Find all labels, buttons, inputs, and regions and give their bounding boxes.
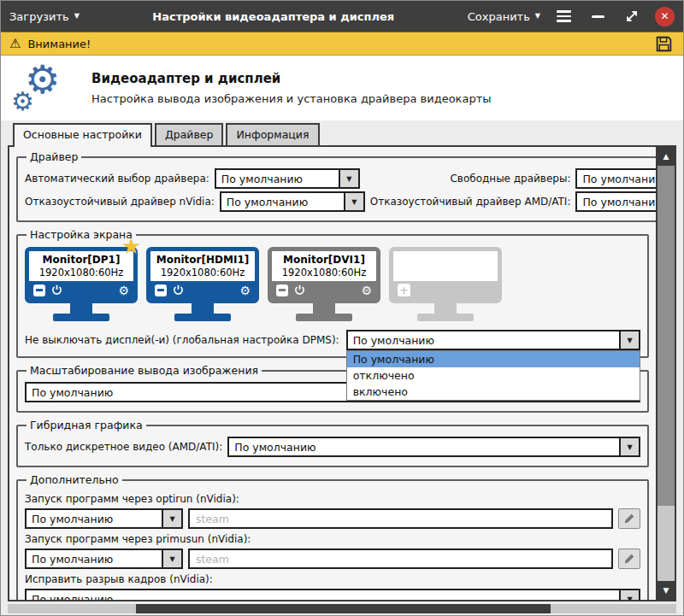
save-button[interactable]: Сохранить ▼ xyxy=(468,10,540,23)
horizontal-scrollbar-thumb[interactable] xyxy=(136,604,551,613)
dropdown-option-off[interactable]: отключено xyxy=(347,367,640,384)
save-settings-button[interactable] xyxy=(652,33,675,54)
hamburger-icon xyxy=(557,10,571,22)
scroll-down-button[interactable]: ▼ xyxy=(657,581,675,600)
optirun-label: Запуск программ через optirun (nVidia): xyxy=(25,493,640,505)
vertical-scrollbar-thumb[interactable] xyxy=(657,166,675,506)
optirun-command-input[interactable] xyxy=(188,508,613,529)
disable-monitor-icon[interactable] xyxy=(276,285,288,296)
warning-icon: ⚠ xyxy=(9,38,21,50)
monitor-hdmi1[interactable]: Monitor[HDMI1] 1920x1080:60Hz ⚙ xyxy=(146,247,259,321)
pencil-icon xyxy=(623,513,635,525)
driver-legend: Драйвер xyxy=(27,150,81,163)
driver-fieldset: Драйвер Автоматический выбор драйвера: П… xyxy=(16,150,656,222)
discrete-video-select[interactable]: По умолчанию ▼ xyxy=(227,437,640,457)
failsafe-nvidia-label: Отказоустойчивый драйвер nVidia: xyxy=(25,196,215,208)
monitor-settings-gear-icon[interactable]: ⚙ xyxy=(118,285,129,296)
primary-star-icon: ★ xyxy=(121,235,141,257)
scaling-legend: Масштабирование вывода изображения xyxy=(27,364,262,377)
page-subtitle: Настройка вывода изображения и установка… xyxy=(91,92,492,105)
page-title: Видеоадаптер и дисплей xyxy=(91,71,492,86)
disable-monitor-icon[interactable] xyxy=(33,285,45,296)
monitor-list: ★ Monitor[DP1] 1920x1080:60Hz ⚙ xyxy=(25,247,640,321)
tab-information[interactable]: Информация xyxy=(226,123,319,145)
warning-text: Внимание! xyxy=(27,38,91,50)
video-adapter-logo: ⚙ ⚙ xyxy=(11,62,78,114)
dropdown-option-default[interactable]: По умолчанию xyxy=(347,351,640,367)
monitor-name: Monitor[HDMI1] xyxy=(150,251,255,266)
driver-row-1: Автоматический выбор драйвера: По умолча… xyxy=(25,168,656,189)
monitor-resolution: 1920x1080:60Hz xyxy=(272,266,376,281)
settings-content: Драйвер Автоматический выбор драйвера: П… xyxy=(9,147,656,600)
failsafe-amd-select[interactable]: По умолчанию ▼ xyxy=(575,191,656,212)
minimize-icon xyxy=(592,15,604,18)
maximize-button[interactable] xyxy=(621,6,643,26)
dpms-select[interactable]: По умолчанию ▼ xyxy=(346,330,640,350)
monitor-dvi1[interactable]: Monitor[DVI1] 1920x1080:60Hz ⚙ xyxy=(268,247,380,321)
minimize-button[interactable] xyxy=(587,6,609,26)
close-button[interactable]: ✕ xyxy=(655,7,675,26)
optirun-row: По умолчанию ▼ xyxy=(25,508,640,529)
screen-legend: Настройка экрана xyxy=(27,228,136,241)
monitor-resolution: 1920x1080:60Hz xyxy=(29,266,133,281)
vertical-scrollbar-track[interactable] xyxy=(657,506,675,581)
auto-driver-label: Автоматический выбор драйвера: xyxy=(25,173,209,185)
header-text: Видеоадаптер и дисплей Настройка вывода … xyxy=(91,71,492,105)
tab-bar: Основные настройки Драйвер Информация xyxy=(1,123,683,145)
failsafe-amd-label: Отказоустойчивый драйвер AMD/ATI: xyxy=(370,196,571,208)
close-icon: ✕ xyxy=(660,10,669,22)
monitor-add-slot[interactable]: + xyxy=(389,247,502,321)
window-title: Настройки видеоадаптера и дисплея xyxy=(88,10,459,23)
horizontal-scrollbar[interactable] xyxy=(8,604,676,613)
scroll-down-icon: ▼ xyxy=(663,586,669,595)
chevron-down-icon: ▼ xyxy=(535,13,540,20)
vertical-scrollbar[interactable]: ▲ ▼ xyxy=(656,147,675,600)
load-button-label: Загрузить xyxy=(9,10,69,23)
dropdown-option-on[interactable]: включено xyxy=(347,384,640,400)
primus-edit-button[interactable] xyxy=(618,549,640,569)
dpms-dropdown-list: По умолчанию отключено включено xyxy=(346,350,640,401)
optirun-edit-button[interactable] xyxy=(618,508,640,529)
screen-fieldset: Настройка экрана ★ Monitor[DP1] 1920x108… xyxy=(16,228,649,358)
scroll-up-button[interactable]: ▲ xyxy=(657,147,675,166)
chevron-down-icon[interactable]: ▼ xyxy=(162,510,181,527)
hybrid-fieldset: Гибридная графика Только дискретное виде… xyxy=(16,419,649,467)
chevron-down-icon[interactable]: ▼ xyxy=(619,590,639,600)
primus-row: По умолчанию ▼ xyxy=(25,549,640,569)
app-window: Загрузить ▼ Настройки видеоадаптера и ди… xyxy=(0,0,684,616)
free-drivers-select[interactable]: По умолчанию ▼ xyxy=(575,168,656,189)
titlebar-actions: Сохранить ▼ ✕ xyxy=(468,6,675,26)
load-button[interactable]: Загрузить ▼ xyxy=(9,10,80,23)
tab-main-settings[interactable]: Основные настройки xyxy=(13,123,152,147)
driver-row-2: Отказоустойчивый драйвер nVidia: По умол… xyxy=(25,191,656,212)
tearing-select[interactable]: По умолчанию ▼ xyxy=(25,589,640,600)
failsafe-nvidia-select[interactable]: По умолчанию ▼ xyxy=(220,191,365,212)
add-monitor-icon[interactable]: + xyxy=(398,284,410,296)
chevron-down-icon[interactable]: ▼ xyxy=(339,170,358,187)
primus-command-input[interactable] xyxy=(188,549,613,569)
chevron-down-icon[interactable]: ▼ xyxy=(162,550,181,567)
auto-driver-select[interactable]: По умолчанию ▼ xyxy=(215,168,360,189)
free-drivers-label: Свободные драйверы: xyxy=(450,173,570,185)
chevron-down-icon[interactable]: ▼ xyxy=(619,438,639,455)
monitor-name: Monitor[DP1] xyxy=(29,251,133,266)
disable-monitor-icon[interactable] xyxy=(155,285,167,296)
menu-button[interactable] xyxy=(552,6,575,26)
chevron-down-icon[interactable]: ▼ xyxy=(619,331,639,349)
power-icon[interactable] xyxy=(173,285,184,296)
discrete-video-label: Только дискретное видео (AMD/ATI): xyxy=(25,441,222,453)
monitor-settings-gear-icon[interactable]: ⚙ xyxy=(361,285,372,296)
power-icon[interactable] xyxy=(294,285,305,296)
pencil-icon xyxy=(623,553,635,565)
power-icon[interactable] xyxy=(51,285,62,296)
dpms-label: Не выключать дисплей(-и) (глобальная нас… xyxy=(25,334,339,346)
primus-select[interactable]: По умолчанию ▼ xyxy=(25,549,183,569)
tab-driver[interactable]: Драйвер xyxy=(155,123,223,145)
expand-icon xyxy=(625,9,639,23)
chevron-down-icon[interactable]: ▼ xyxy=(344,193,363,210)
monitor-settings-gear-icon[interactable]: ⚙ xyxy=(239,285,251,296)
optirun-select[interactable]: По умолчанию ▼ xyxy=(25,508,183,529)
monitor-dp1[interactable]: ★ Monitor[DP1] 1920x1080:60Hz ⚙ xyxy=(25,247,138,321)
warning-bar: ⚠ Внимание! xyxy=(1,32,683,56)
floppy-disk-icon xyxy=(655,35,673,53)
